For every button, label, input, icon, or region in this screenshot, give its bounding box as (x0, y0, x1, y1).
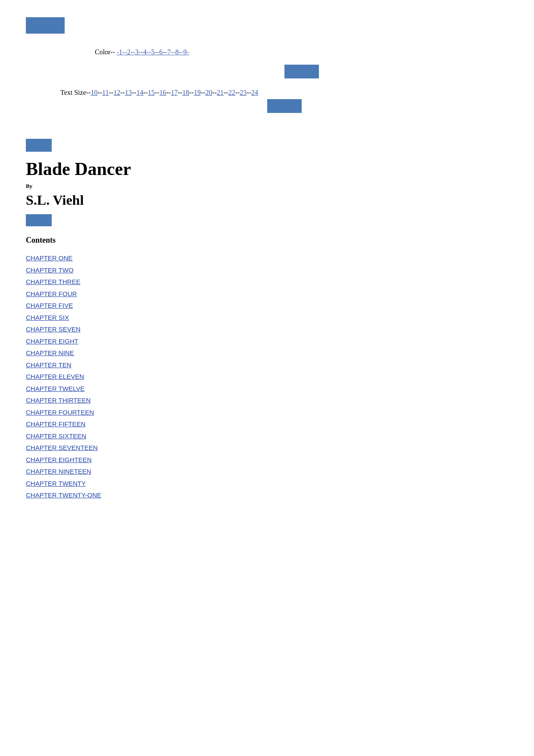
color-link-2[interactable]: -2- (125, 48, 133, 56)
book-section: Blade Dancer By S.L. Viehl Contents CHAP… (26, 139, 508, 501)
color-link-3[interactable]: -3- (133, 48, 141, 56)
text-size-selected-rect (267, 99, 302, 113)
color-selected-rect (284, 65, 319, 78)
text-size-link-21[interactable]: 21 (217, 89, 224, 97)
text-size-label: Text Size-- (60, 89, 91, 97)
color-link-6[interactable]: -6- (157, 48, 165, 56)
color-section: Color-- -1- -2- -3- -4- -5- -6- -7- -8- … (95, 48, 508, 56)
chapter-link-eleven[interactable]: CHAPTER ELEVEN (26, 371, 508, 382)
color-link-1[interactable]: -1- (117, 48, 125, 56)
color-label: Color-- (95, 48, 115, 56)
text-size-link-20[interactable]: 20 (205, 89, 212, 97)
top-blue-rect (26, 17, 65, 34)
chapter-link-eighteen[interactable]: CHAPTER EIGHTEEN (26, 454, 508, 465)
text-size-link-14[interactable]: 14 (136, 89, 143, 97)
text-size-link-17[interactable]: 17 (171, 89, 178, 97)
book-blue-rect (26, 139, 52, 152)
author-blue-rect (26, 214, 52, 226)
text-size-link-16[interactable]: 16 (159, 89, 166, 97)
chapter-link-three[interactable]: CHAPTER THREE (26, 276, 508, 287)
chapter-link-fifteen[interactable]: CHAPTER FIFTEEN (26, 419, 508, 430)
text-size-link-11[interactable]: 11 (102, 89, 109, 97)
chapter-link-four[interactable]: CHAPTER FOUR (26, 288, 508, 300)
color-row: Color-- -1- -2- -3- -4- -5- -6- -7- -8- … (95, 48, 508, 56)
chapter-link-thirteen[interactable]: CHAPTER THIRTEEN (26, 395, 508, 406)
chapter-list: CHAPTER ONE CHAPTER TWO CHAPTER THREE CH… (26, 253, 508, 501)
color-link-9[interactable]: -9- (181, 48, 189, 56)
chapter-link-fourteen[interactable]: CHAPTER FOURTEEN (26, 407, 508, 418)
color-link-4[interactable]: -4- (141, 48, 149, 56)
text-size-link-12[interactable]: 12 (113, 89, 120, 97)
author-name: S.L. Viehl (26, 192, 508, 208)
text-size-link-19[interactable]: 19 (194, 89, 201, 97)
text-size-link-10[interactable]: 10 (91, 89, 97, 97)
chapter-link-five[interactable]: CHAPTER FIVE (26, 300, 508, 311)
chapter-link-seventeen[interactable]: CHAPTER SEVENTEEN (26, 442, 508, 453)
text-size-link-13[interactable]: 13 (125, 89, 132, 97)
contents-label: Contents (26, 236, 508, 245)
chapter-link-one[interactable]: CHAPTER ONE (26, 253, 508, 264)
chapter-link-ten[interactable]: CHAPTER TEN (26, 359, 508, 371)
text-size-section: Text Size-- 10-- 11-- 12-- 13-- 14-- 15-… (60, 89, 508, 97)
chapter-link-nine[interactable]: CHAPTER NINE (26, 347, 508, 359)
text-size-bar-wrapper (60, 99, 508, 113)
text-size-link-18[interactable]: 18 (182, 89, 189, 97)
text-size-link-22[interactable]: 22 (228, 89, 235, 97)
text-size-link-23[interactable]: 23 (240, 89, 247, 97)
chapter-link-two[interactable]: CHAPTER TWO (26, 265, 508, 276)
text-size-row: Text Size-- 10-- 11-- 12-- 13-- 14-- 15-… (60, 89, 508, 97)
color-bar-wrapper (95, 65, 508, 78)
chapter-link-twelve[interactable]: CHAPTER TWELVE (26, 383, 508, 394)
book-title: Blade Dancer (26, 159, 508, 179)
text-size-link-15[interactable]: 15 (148, 89, 155, 97)
by-label: By (26, 183, 508, 190)
color-link-8[interactable]: -8- (173, 48, 181, 56)
chapter-link-nineteen[interactable]: CHAPTER NINETEEN (26, 466, 508, 477)
chapter-link-twenty[interactable]: CHAPTER TWENTY (26, 478, 508, 489)
chapter-link-twenty-one[interactable]: CHAPTER TWENTY-ONE (26, 490, 508, 501)
color-link-5[interactable]: -5- (149, 48, 157, 56)
chapter-link-seven[interactable]: CHAPTER SEVEN (26, 324, 508, 335)
chapter-link-six[interactable]: CHAPTER SIX (26, 312, 508, 323)
color-link-7[interactable]: -7- (165, 48, 173, 56)
chapter-link-eight[interactable]: CHAPTER EIGHT (26, 336, 508, 347)
chapter-link-sixteen[interactable]: CHAPTER SIXTEEN (26, 431, 508, 442)
text-size-link-24[interactable]: 24 (251, 89, 258, 97)
